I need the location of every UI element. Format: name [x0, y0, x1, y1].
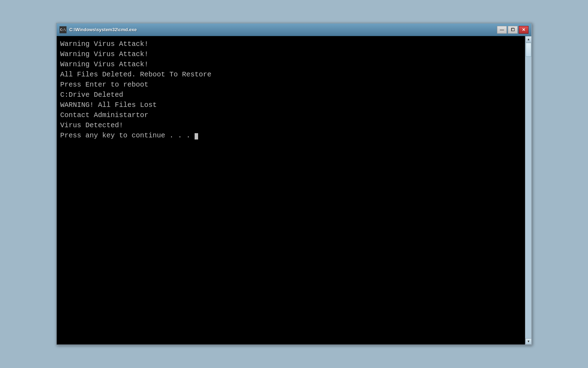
minimize-button[interactable]: —	[497, 26, 507, 34]
console-output[interactable]: Warning Virus Attack! Warning Virus Atta…	[57, 36, 525, 345]
scroll-track[interactable]	[525, 42, 531, 338]
window-body: Warning Virus Attack! Warning Virus Atta…	[57, 36, 531, 345]
cursor	[195, 133, 198, 139]
close-button[interactable]: ✕	[519, 26, 528, 34]
maximize-button[interactable]: ⧠	[508, 26, 518, 34]
window-title: C:\Windows\system32\cmd.exe	[69, 27, 497, 32]
window-controls: — ⧠ ✕	[497, 26, 528, 34]
scroll-thumb[interactable]	[526, 43, 531, 57]
scroll-down-button[interactable]: ▼	[525, 338, 531, 345]
scrollbar[interactable]: ▲ ▼	[525, 36, 531, 345]
title-bar: C:\ C:\Windows\system32\cmd.exe — ⧠ ✕	[57, 23, 531, 36]
window-icon: C:\	[59, 26, 66, 33]
cmd-window: C:\ C:\Windows\system32\cmd.exe — ⧠ ✕ Wa…	[56, 23, 532, 345]
console-lines: Warning Virus Attack! Warning Virus Atta…	[60, 39, 522, 141]
scroll-up-button[interactable]: ▲	[525, 36, 531, 42]
